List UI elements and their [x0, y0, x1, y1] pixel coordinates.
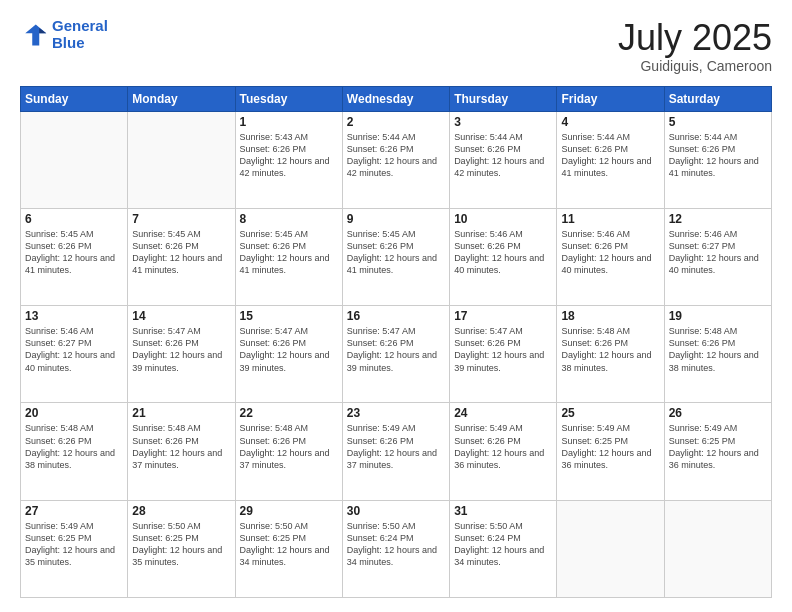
day-number: 18	[561, 309, 659, 323]
calendar-week-row: 13Sunrise: 5:46 AM Sunset: 6:27 PM Dayli…	[21, 306, 772, 403]
table-row: 6Sunrise: 5:45 AM Sunset: 6:26 PM Daylig…	[21, 208, 128, 305]
col-saturday: Saturday	[664, 86, 771, 111]
table-row: 1Sunrise: 5:43 AM Sunset: 6:26 PM Daylig…	[235, 111, 342, 208]
day-info: Sunrise: 5:48 AM Sunset: 6:26 PM Dayligh…	[240, 422, 338, 471]
table-row	[557, 500, 664, 597]
day-info: Sunrise: 5:50 AM Sunset: 6:25 PM Dayligh…	[240, 520, 338, 569]
day-number: 24	[454, 406, 552, 420]
table-row: 23Sunrise: 5:49 AM Sunset: 6:26 PM Dayli…	[342, 403, 449, 500]
table-row: 17Sunrise: 5:47 AM Sunset: 6:26 PM Dayli…	[450, 306, 557, 403]
day-info: Sunrise: 5:49 AM Sunset: 6:25 PM Dayligh…	[561, 422, 659, 471]
table-row: 2Sunrise: 5:44 AM Sunset: 6:26 PM Daylig…	[342, 111, 449, 208]
day-info: Sunrise: 5:45 AM Sunset: 6:26 PM Dayligh…	[132, 228, 230, 277]
day-info: Sunrise: 5:49 AM Sunset: 6:26 PM Dayligh…	[454, 422, 552, 471]
day-number: 20	[25, 406, 123, 420]
table-row	[21, 111, 128, 208]
table-row: 7Sunrise: 5:45 AM Sunset: 6:26 PM Daylig…	[128, 208, 235, 305]
day-info: Sunrise: 5:46 AM Sunset: 6:26 PM Dayligh…	[561, 228, 659, 277]
table-row: 30Sunrise: 5:50 AM Sunset: 6:24 PM Dayli…	[342, 500, 449, 597]
day-number: 2	[347, 115, 445, 129]
day-info: Sunrise: 5:47 AM Sunset: 6:26 PM Dayligh…	[347, 325, 445, 374]
day-number: 19	[669, 309, 767, 323]
table-row: 22Sunrise: 5:48 AM Sunset: 6:26 PM Dayli…	[235, 403, 342, 500]
day-number: 10	[454, 212, 552, 226]
col-sunday: Sunday	[21, 86, 128, 111]
table-row: 9Sunrise: 5:45 AM Sunset: 6:26 PM Daylig…	[342, 208, 449, 305]
day-number: 21	[132, 406, 230, 420]
table-row: 16Sunrise: 5:47 AM Sunset: 6:26 PM Dayli…	[342, 306, 449, 403]
table-row	[128, 111, 235, 208]
logo-text: General Blue	[52, 18, 108, 51]
day-info: Sunrise: 5:50 AM Sunset: 6:24 PM Dayligh…	[454, 520, 552, 569]
logo-line2: Blue	[52, 34, 85, 51]
day-number: 27	[25, 504, 123, 518]
logo-line1: General	[52, 17, 108, 34]
day-number: 13	[25, 309, 123, 323]
table-row: 15Sunrise: 5:47 AM Sunset: 6:26 PM Dayli…	[235, 306, 342, 403]
day-number: 15	[240, 309, 338, 323]
day-number: 11	[561, 212, 659, 226]
day-info: Sunrise: 5:49 AM Sunset: 6:26 PM Dayligh…	[347, 422, 445, 471]
table-row: 3Sunrise: 5:44 AM Sunset: 6:26 PM Daylig…	[450, 111, 557, 208]
title-block: July 2025 Guidiguis, Cameroon	[618, 18, 772, 74]
day-info: Sunrise: 5:48 AM Sunset: 6:26 PM Dayligh…	[132, 422, 230, 471]
table-row: 12Sunrise: 5:46 AM Sunset: 6:27 PM Dayli…	[664, 208, 771, 305]
day-number: 22	[240, 406, 338, 420]
subtitle: Guidiguis, Cameroon	[618, 58, 772, 74]
col-wednesday: Wednesday	[342, 86, 449, 111]
table-row: 27Sunrise: 5:49 AM Sunset: 6:25 PM Dayli…	[21, 500, 128, 597]
day-info: Sunrise: 5:47 AM Sunset: 6:26 PM Dayligh…	[132, 325, 230, 374]
day-info: Sunrise: 5:49 AM Sunset: 6:25 PM Dayligh…	[25, 520, 123, 569]
day-number: 30	[347, 504, 445, 518]
day-info: Sunrise: 5:46 AM Sunset: 6:27 PM Dayligh…	[669, 228, 767, 277]
day-number: 16	[347, 309, 445, 323]
day-number: 5	[669, 115, 767, 129]
calendar-week-row: 6Sunrise: 5:45 AM Sunset: 6:26 PM Daylig…	[21, 208, 772, 305]
table-row: 29Sunrise: 5:50 AM Sunset: 6:25 PM Dayli…	[235, 500, 342, 597]
day-number: 25	[561, 406, 659, 420]
table-row	[664, 500, 771, 597]
day-number: 3	[454, 115, 552, 129]
calendar-header-row: Sunday Monday Tuesday Wednesday Thursday…	[21, 86, 772, 111]
table-row: 14Sunrise: 5:47 AM Sunset: 6:26 PM Dayli…	[128, 306, 235, 403]
table-row: 10Sunrise: 5:46 AM Sunset: 6:26 PM Dayli…	[450, 208, 557, 305]
table-row: 31Sunrise: 5:50 AM Sunset: 6:24 PM Dayli…	[450, 500, 557, 597]
col-tuesday: Tuesday	[235, 86, 342, 111]
day-number: 4	[561, 115, 659, 129]
day-info: Sunrise: 5:47 AM Sunset: 6:26 PM Dayligh…	[454, 325, 552, 374]
table-row: 21Sunrise: 5:48 AM Sunset: 6:26 PM Dayli…	[128, 403, 235, 500]
table-row: 28Sunrise: 5:50 AM Sunset: 6:25 PM Dayli…	[128, 500, 235, 597]
day-info: Sunrise: 5:45 AM Sunset: 6:26 PM Dayligh…	[240, 228, 338, 277]
day-info: Sunrise: 5:44 AM Sunset: 6:26 PM Dayligh…	[561, 131, 659, 180]
main-title: July 2025	[618, 18, 772, 58]
table-row: 25Sunrise: 5:49 AM Sunset: 6:25 PM Dayli…	[557, 403, 664, 500]
page: General Blue July 2025 Guidiguis, Camero…	[0, 0, 792, 612]
table-row: 5Sunrise: 5:44 AM Sunset: 6:26 PM Daylig…	[664, 111, 771, 208]
logo: General Blue	[20, 18, 108, 51]
day-info: Sunrise: 5:50 AM Sunset: 6:24 PM Dayligh…	[347, 520, 445, 569]
day-info: Sunrise: 5:44 AM Sunset: 6:26 PM Dayligh…	[669, 131, 767, 180]
day-info: Sunrise: 5:45 AM Sunset: 6:26 PM Dayligh…	[25, 228, 123, 277]
day-info: Sunrise: 5:46 AM Sunset: 6:26 PM Dayligh…	[454, 228, 552, 277]
table-row: 26Sunrise: 5:49 AM Sunset: 6:25 PM Dayli…	[664, 403, 771, 500]
calendar-week-row: 1Sunrise: 5:43 AM Sunset: 6:26 PM Daylig…	[21, 111, 772, 208]
day-number: 6	[25, 212, 123, 226]
day-number: 8	[240, 212, 338, 226]
day-number: 12	[669, 212, 767, 226]
day-number: 31	[454, 504, 552, 518]
day-number: 29	[240, 504, 338, 518]
day-number: 28	[132, 504, 230, 518]
table-row: 13Sunrise: 5:46 AM Sunset: 6:27 PM Dayli…	[21, 306, 128, 403]
table-row: 18Sunrise: 5:48 AM Sunset: 6:26 PM Dayli…	[557, 306, 664, 403]
day-info: Sunrise: 5:49 AM Sunset: 6:25 PM Dayligh…	[669, 422, 767, 471]
calendar-week-row: 20Sunrise: 5:48 AM Sunset: 6:26 PM Dayli…	[21, 403, 772, 500]
day-info: Sunrise: 5:46 AM Sunset: 6:27 PM Dayligh…	[25, 325, 123, 374]
table-row: 4Sunrise: 5:44 AM Sunset: 6:26 PM Daylig…	[557, 111, 664, 208]
col-thursday: Thursday	[450, 86, 557, 111]
day-info: Sunrise: 5:44 AM Sunset: 6:26 PM Dayligh…	[454, 131, 552, 180]
day-info: Sunrise: 5:45 AM Sunset: 6:26 PM Dayligh…	[347, 228, 445, 277]
day-info: Sunrise: 5:48 AM Sunset: 6:26 PM Dayligh…	[669, 325, 767, 374]
day-number: 23	[347, 406, 445, 420]
table-row: 20Sunrise: 5:48 AM Sunset: 6:26 PM Dayli…	[21, 403, 128, 500]
day-number: 9	[347, 212, 445, 226]
